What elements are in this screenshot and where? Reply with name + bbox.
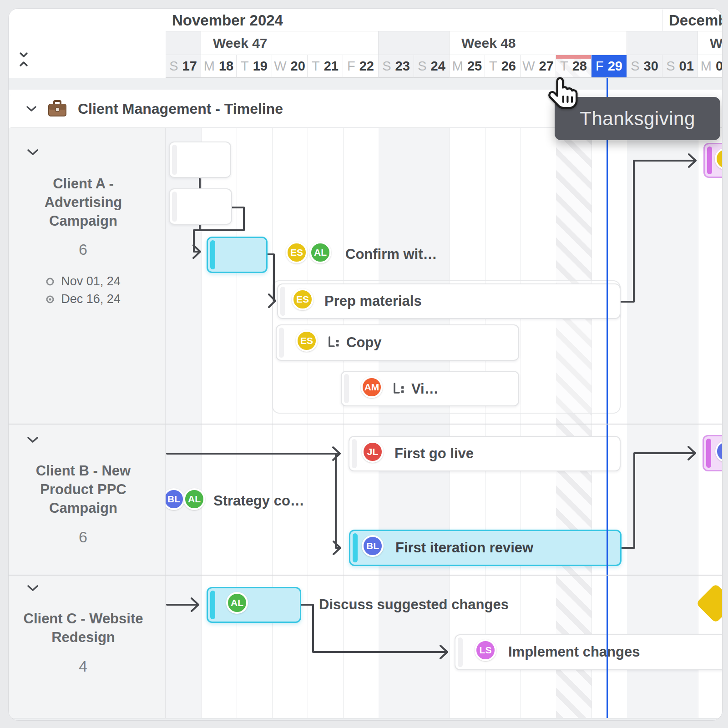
day-header-sat30[interactable]: S30 — [627, 55, 662, 78]
avatar: ES — [286, 242, 308, 263]
avatar: BL — [163, 488, 185, 510]
day-header-fri29-today[interactable]: F29 — [592, 55, 627, 78]
section-title-client-b: Client B - New Product PPC Campaign — [15, 461, 152, 517]
task-drag-handle[interactable] — [279, 328, 284, 358]
today-line — [607, 78, 608, 718]
gantt-card: November 2024 December 2024 Week 47 Week… — [8, 8, 723, 721]
weekend-column — [627, 128, 662, 718]
task-label: Prep materials — [324, 288, 422, 314]
task-bar-confirm[interactable] — [207, 237, 268, 273]
task-bar-first-go-live[interactable] — [349, 436, 621, 471]
task-drag-handle[interactable] — [172, 192, 177, 222]
week-header-blank — [379, 31, 450, 55]
section-title-client-c: Client C - Website Redesign — [15, 609, 152, 647]
bottom-scroll-area[interactable] — [8, 718, 723, 721]
task-drag-handle[interactable] — [706, 439, 711, 468]
day-header-wed27[interactable]: W27 — [521, 55, 556, 78]
week-header-blank — [166, 31, 201, 55]
header-gap — [8, 78, 723, 90]
day-header-thu28-holiday[interactable]: T28 — [556, 55, 592, 78]
task-label: Vi… — [411, 376, 439, 402]
section-dates: Nov 01, 24 Dec 16, 24 — [8, 274, 166, 306]
project-title: Client Management - Timeline — [78, 101, 283, 117]
day-header-mon25[interactable]: M25 — [450, 55, 485, 78]
avatar: ES — [296, 330, 318, 352]
subtask-icon — [327, 336, 340, 349]
task-drag-handle[interactable] — [707, 147, 712, 174]
task-label: Discuss suggested changes — [319, 592, 509, 617]
avatar: AM — [361, 376, 383, 398]
task-drag-handle[interactable] — [352, 439, 357, 468]
task-label: Copy — [346, 330, 382, 355]
gantt-app: November 2024 December 2024 Week 47 Week… — [0, 0, 728, 728]
task-bar-unlabeled-1[interactable] — [169, 142, 231, 178]
month-header-november: November 2024 — [166, 10, 662, 31]
weekend-column — [379, 128, 414, 718]
day-header-mon18[interactable]: M18 — [201, 55, 237, 78]
day-header-sat23[interactable]: S23 — [379, 55, 414, 78]
task-label: Implement changes — [508, 639, 640, 665]
start-date-row: Nov 01, 24 — [46, 274, 121, 288]
task-label: Strategy co… — [213, 488, 304, 514]
weekend-column — [414, 128, 450, 718]
task-label: First iteration review — [395, 535, 533, 561]
section-task-count: 6 — [8, 241, 166, 258]
week-header-47: Week 47 — [201, 31, 379, 55]
task-drag-handle[interactable] — [172, 145, 177, 175]
day-header-sun17[interactable]: S17 — [166, 55, 201, 78]
end-date-row: Dec 16, 24 — [46, 292, 121, 306]
section-collapse-icon-client-c[interactable] — [27, 585, 39, 592]
section-collapse-icon-client-a[interactable] — [27, 149, 39, 156]
end-date-icon — [46, 295, 55, 304]
day-header-fri22[interactable]: F22 — [343, 55, 379, 78]
section-title-client-a: Client A - Advertising Campaign — [15, 174, 152, 230]
start-date-icon — [46, 277, 55, 286]
collapse-all-icon[interactable] — [19, 51, 29, 68]
briefcase-icon — [48, 100, 67, 117]
task-label: First go live — [394, 441, 474, 466]
subtask-icon — [392, 382, 405, 396]
hand-cursor — [547, 76, 580, 114]
section-collapse-icon-client-b[interactable] — [27, 436, 39, 444]
day-header-wed20[interactable]: W20 — [272, 55, 308, 78]
section-separator — [8, 424, 723, 425]
month-header-december: December 2024 — [662, 10, 723, 31]
task-bar-unlabeled-2[interactable] — [169, 188, 232, 225]
task-drag-handle[interactable] — [344, 374, 349, 403]
section-task-count: 4 — [8, 657, 166, 675]
day-header-sun24[interactable]: S24 — [414, 55, 450, 78]
task-bar-discuss-changes[interactable] — [207, 587, 301, 623]
task-drag-handle[interactable] — [210, 240, 215, 269]
week-header-48: Week 48 — [450, 31, 627, 55]
holiday-column-hatch — [556, 128, 592, 718]
day-header-mon02[interactable]: M02 — [698, 55, 723, 78]
day-header-tue19[interactable]: T19 — [237, 55, 272, 78]
avatar: AL — [309, 242, 331, 263]
avatar: ES — [292, 288, 313, 310]
avatar: AL — [183, 488, 205, 510]
day-header-tue26[interactable]: T26 — [485, 55, 521, 78]
task-drag-handle[interactable] — [458, 637, 463, 667]
task-drag-handle[interactable] — [353, 533, 358, 562]
task-label: Confirm wit… — [345, 242, 437, 267]
week-header-49: Week 49 — [698, 31, 723, 55]
task-drag-handle[interactable] — [280, 287, 285, 316]
section-task-count: 6 — [8, 528, 166, 546]
day-header-sun01[interactable]: S01 — [662, 55, 698, 78]
day-header-thu21[interactable]: T21 — [308, 55, 343, 78]
avatar: LS — [475, 639, 496, 661]
weekend-column — [662, 128, 698, 718]
project-collapse-icon[interactable] — [26, 106, 37, 112]
task-drag-handle[interactable] — [210, 591, 215, 619]
section-separator — [8, 575, 723, 576]
avatar: JL — [362, 441, 384, 463]
week-header-blank — [627, 31, 698, 55]
avatar: AL — [226, 592, 248, 614]
avatar: BL — [362, 535, 384, 557]
